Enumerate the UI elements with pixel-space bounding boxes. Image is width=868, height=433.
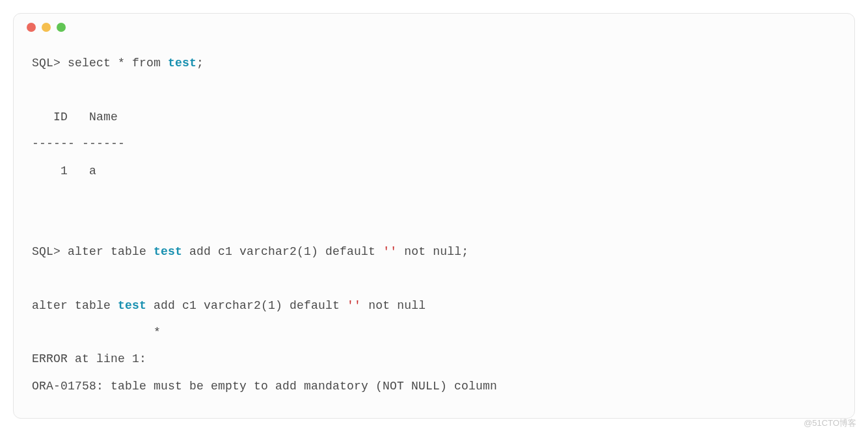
minimize-icon[interactable] bbox=[42, 23, 51, 32]
result-row: 1 a bbox=[32, 164, 96, 177]
result-divider: ------ ------ bbox=[32, 137, 125, 150]
error-line: ERROR at line 1: bbox=[32, 352, 146, 365]
code-block: SQL> select * from test; ID Name ------ … bbox=[14, 37, 854, 418]
code-window: SQL> select * from test; ID Name ------ … bbox=[13, 13, 855, 419]
watermark: @51CTO博客 bbox=[804, 417, 856, 429]
keyword-test: test bbox=[154, 245, 182, 258]
close-icon[interactable] bbox=[27, 23, 36, 32]
maximize-icon[interactable] bbox=[57, 23, 66, 32]
error-marker: * bbox=[32, 326, 161, 339]
string-literal: '' bbox=[347, 299, 361, 312]
code-text: not null bbox=[361, 299, 426, 312]
sql-prompt: SQL> bbox=[32, 245, 68, 258]
code-text: add c1 varchar2(1) default bbox=[182, 245, 383, 258]
sql-prompt: SQL> bbox=[32, 57, 68, 70]
string-literal: '' bbox=[383, 245, 397, 258]
code-text: ; bbox=[197, 57, 204, 70]
code-text: select * from bbox=[68, 57, 168, 70]
keyword-test: test bbox=[118, 299, 146, 312]
code-text: alter table bbox=[32, 299, 118, 312]
keyword-test: test bbox=[168, 57, 197, 70]
code-text: add c1 varchar2(1) default bbox=[146, 299, 347, 312]
result-header: ID Name bbox=[32, 111, 118, 124]
window-titlebar bbox=[14, 14, 854, 37]
code-text: alter table bbox=[68, 245, 154, 258]
error-message: ORA-01758: table must be empty to add ma… bbox=[32, 380, 497, 393]
code-text: not null; bbox=[397, 245, 468, 258]
